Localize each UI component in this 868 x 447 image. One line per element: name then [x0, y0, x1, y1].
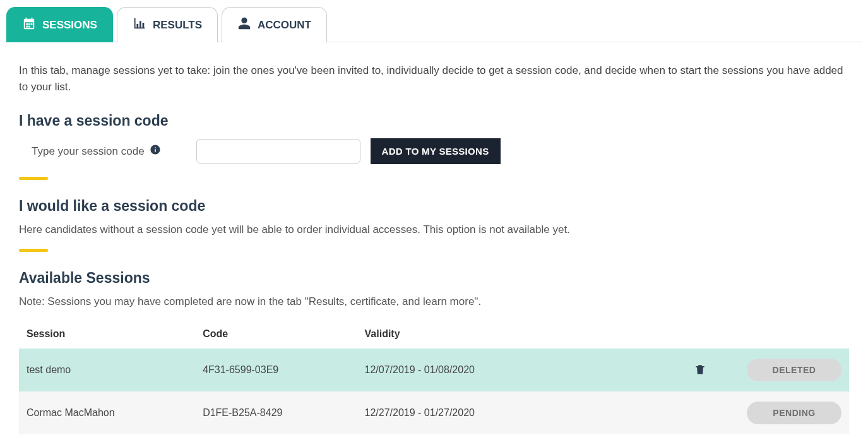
col-actions: [571, 319, 849, 349]
cell-session: test demo: [19, 349, 195, 391]
col-code: Code: [195, 319, 357, 349]
tab-account[interactable]: ACCOUNT: [222, 7, 327, 42]
calendar-icon: [22, 16, 36, 33]
trash-icon[interactable]: [694, 362, 706, 379]
col-validity: Validity: [357, 319, 571, 349]
cell-code: 4F31-6599-03E9: [195, 349, 357, 391]
cell-code: D1FE-B25A-8429: [195, 391, 357, 434]
heading-want-code: I would like a session code: [19, 198, 849, 215]
heading-available: Available Sessions: [19, 270, 849, 287]
status-badge: PENDING: [747, 402, 841, 424]
cell-validity: 12/07/2019 - 01/08/2020: [357, 349, 571, 391]
cell-validity: 12/27/2019 - 01/27/2020: [357, 391, 571, 434]
heading-have-code: I have a session code: [19, 112, 849, 129]
add-to-sessions-button[interactable]: ADD TO MY SESSIONS: [371, 138, 501, 164]
session-code-row: Type your session code ADD TO MY SESSION…: [19, 138, 849, 164]
tab-sessions[interactable]: SESSIONS: [6, 7, 113, 42]
intro-text: In this tab, manage sessions yet to take…: [19, 63, 849, 95]
tab-bar: SESSIONS RESULTS ACCOUNT: [6, 6, 862, 42]
session-code-label: Type your session code: [32, 144, 161, 158]
info-icon[interactable]: [150, 144, 161, 158]
section-divider: [19, 249, 48, 252]
status-badge: DELETED: [747, 359, 841, 381]
section-divider: [19, 177, 48, 180]
cell-session: Cormac MacMahon: [19, 391, 195, 434]
tab-label: SESSIONS: [42, 19, 97, 32]
bar-chart-icon: [133, 16, 146, 33]
table-row: test demo 4F31-6599-03E9 12/07/2019 - 01…: [19, 349, 849, 391]
col-session: Session: [19, 319, 195, 349]
tab-results[interactable]: RESULTS: [117, 7, 218, 42]
tab-label: RESULTS: [153, 19, 202, 32]
user-icon: [237, 16, 251, 33]
tab-label: ACCOUNT: [258, 19, 311, 32]
want-code-description: Here candidates without a session code y…: [19, 224, 849, 236]
available-note: Note: Sessions you may have completed ar…: [19, 295, 849, 308]
sessions-table: Session Code Validity test demo 4F31-659…: [19, 319, 849, 434]
table-row: Cormac MacMahon D1FE-B25A-8429 12/27/201…: [19, 391, 849, 434]
session-code-input[interactable]: [196, 139, 360, 164]
